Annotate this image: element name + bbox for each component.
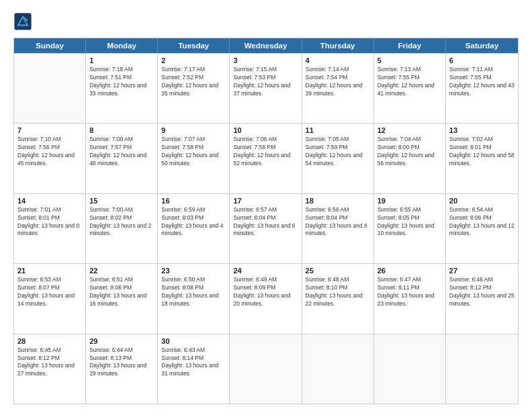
empty-cell	[302, 334, 374, 404]
day-number: 1	[89, 56, 154, 64]
day-number: 6	[449, 56, 515, 64]
day-cell: 22 Sunrise: 6:51 AMSunset: 8:08 PMDaylig…	[86, 264, 158, 333]
weekday-header: Friday	[374, 38, 446, 53]
day-cell: 27 Sunrise: 6:46 AMSunset: 8:12 PMDaylig…	[446, 264, 518, 333]
day-info: Sunrise: 7:09 AMSunset: 7:57 PMDaylight:…	[89, 136, 154, 168]
weekday-header: Sunday	[14, 38, 86, 53]
empty-cell	[230, 334, 302, 404]
day-info: Sunrise: 7:06 AMSunset: 7:58 PMDaylight:…	[233, 136, 298, 168]
day-number: 15	[89, 197, 154, 205]
day-cell: 12 Sunrise: 7:04 AMSunset: 8:00 PMDaylig…	[374, 124, 446, 193]
day-cell: 26 Sunrise: 6:47 AMSunset: 8:11 PMDaylig…	[374, 264, 446, 333]
logo-icon	[13, 12, 32, 31]
day-number: 21	[17, 267, 82, 275]
day-cell: 25 Sunrise: 6:48 AMSunset: 8:10 PMDaylig…	[302, 264, 374, 333]
day-cell: 1 Sunrise: 7:18 AMSunset: 7:51 PMDayligh…	[86, 54, 158, 123]
day-info: Sunrise: 6:45 AMSunset: 8:12 PMDaylight:…	[17, 347, 82, 379]
day-cell: 19 Sunrise: 6:55 AMSunset: 8:05 PMDaylig…	[374, 194, 446, 263]
day-info: Sunrise: 6:44 AMSunset: 8:13 PMDaylight:…	[89, 347, 154, 379]
day-info: Sunrise: 6:47 AMSunset: 8:11 PMDaylight:…	[378, 276, 442, 308]
day-number: 19	[378, 197, 442, 205]
day-cell: 28 Sunrise: 6:45 AMSunset: 8:12 PMDaylig…	[14, 334, 86, 404]
day-info: Sunrise: 7:14 AMSunset: 7:54 PMDaylight:…	[306, 66, 370, 98]
day-info: Sunrise: 7:18 AMSunset: 7:51 PMDaylight:…	[89, 66, 154, 98]
day-info: Sunrise: 6:46 AMSunset: 8:12 PMDaylight:…	[449, 276, 515, 308]
day-cell: 14 Sunrise: 7:01 AMSunset: 8:01 PMDaylig…	[14, 194, 86, 263]
header	[13, 12, 519, 31]
day-info: Sunrise: 7:13 AMSunset: 7:55 PMDaylight:…	[378, 66, 442, 98]
day-number: 3	[233, 56, 298, 64]
day-info: Sunrise: 7:01 AMSunset: 8:01 PMDaylight:…	[17, 206, 82, 238]
calendar-body: 1 Sunrise: 7:18 AMSunset: 7:51 PMDayligh…	[14, 53, 518, 404]
day-info: Sunrise: 7:10 AMSunset: 7:56 PMDaylight:…	[17, 136, 82, 168]
day-cell: 29 Sunrise: 6:44 AMSunset: 8:13 PMDaylig…	[86, 334, 158, 404]
day-info: Sunrise: 7:05 AMSunset: 7:59 PMDaylight:…	[306, 136, 370, 168]
calendar-row: 1 Sunrise: 7:18 AMSunset: 7:51 PMDayligh…	[14, 53, 518, 123]
day-cell: 17 Sunrise: 6:57 AMSunset: 8:04 PMDaylig…	[230, 194, 302, 263]
day-info: Sunrise: 7:00 AMSunset: 8:02 PMDaylight:…	[89, 206, 154, 238]
day-info: Sunrise: 7:04 AMSunset: 8:00 PMDaylight:…	[378, 136, 442, 168]
day-number: 13	[449, 126, 515, 134]
day-cell: 13 Sunrise: 7:02 AMSunset: 8:01 PMDaylig…	[446, 124, 518, 193]
weekday-header: Wednesday	[230, 38, 302, 53]
calendar-header: SundayMondayTuesdayWednesdayThursdayFrid…	[14, 38, 518, 53]
day-number: 24	[233, 267, 298, 275]
day-cell: 23 Sunrise: 6:50 AMSunset: 8:08 PMDaylig…	[158, 264, 230, 333]
day-cell: 24 Sunrise: 6:49 AMSunset: 8:09 PMDaylig…	[230, 264, 302, 333]
calendar: SundayMondayTuesdayWednesdayThursdayFrid…	[13, 38, 519, 404]
day-number: 11	[306, 126, 370, 134]
day-cell: 8 Sunrise: 7:09 AMSunset: 7:57 PMDayligh…	[86, 124, 158, 193]
day-info: Sunrise: 6:59 AMSunset: 8:03 PMDaylight:…	[161, 206, 226, 238]
day-info: Sunrise: 6:57 AMSunset: 8:04 PMDaylight:…	[233, 206, 298, 238]
calendar-row: 21 Sunrise: 6:53 AMSunset: 8:07 PMDaylig…	[14, 263, 518, 333]
day-cell: 3 Sunrise: 7:15 AMSunset: 7:53 PMDayligh…	[230, 54, 302, 123]
day-info: Sunrise: 6:53 AMSunset: 8:07 PMDaylight:…	[17, 276, 82, 308]
day-info: Sunrise: 7:11 AMSunset: 7:55 PMDaylight:…	[449, 66, 515, 98]
day-cell: 5 Sunrise: 7:13 AMSunset: 7:55 PMDayligh…	[374, 54, 446, 123]
empty-cell	[446, 334, 518, 404]
day-cell: 30 Sunrise: 6:43 AMSunset: 8:14 PMDaylig…	[158, 334, 230, 404]
day-cell: 18 Sunrise: 6:56 AMSunset: 8:04 PMDaylig…	[302, 194, 374, 263]
day-cell: 7 Sunrise: 7:10 AMSunset: 7:56 PMDayligh…	[14, 124, 86, 193]
day-number: 9	[161, 126, 226, 134]
logo	[13, 12, 35, 31]
day-info: Sunrise: 6:56 AMSunset: 8:04 PMDaylight:…	[306, 206, 370, 238]
day-info: Sunrise: 6:43 AMSunset: 8:14 PMDaylight:…	[161, 347, 226, 379]
day-info: Sunrise: 6:51 AMSunset: 8:08 PMDaylight:…	[89, 276, 154, 308]
day-number: 30	[161, 337, 226, 345]
day-info: Sunrise: 6:49 AMSunset: 8:09 PMDaylight:…	[233, 276, 298, 308]
day-cell: 2 Sunrise: 7:17 AMSunset: 7:52 PMDayligh…	[158, 54, 230, 123]
weekday-header: Monday	[86, 38, 158, 53]
day-number: 23	[161, 267, 226, 275]
day-number: 29	[89, 337, 154, 345]
day-info: Sunrise: 7:02 AMSunset: 8:01 PMDaylight:…	[449, 136, 515, 168]
day-number: 25	[306, 267, 370, 275]
calendar-row: 28 Sunrise: 6:45 AMSunset: 8:12 PMDaylig…	[14, 334, 518, 404]
day-number: 4	[306, 56, 370, 64]
day-number: 5	[378, 56, 442, 64]
day-cell: 20 Sunrise: 6:54 AMSunset: 8:06 PMDaylig…	[446, 194, 518, 263]
empty-cell	[14, 54, 86, 123]
day-number: 22	[89, 267, 154, 275]
day-info: Sunrise: 7:15 AMSunset: 7:53 PMDaylight:…	[233, 66, 298, 98]
calendar-row: 7 Sunrise: 7:10 AMSunset: 7:56 PMDayligh…	[14, 123, 518, 193]
day-number: 10	[233, 126, 298, 134]
day-number: 12	[378, 126, 442, 134]
day-cell: 10 Sunrise: 7:06 AMSunset: 7:58 PMDaylig…	[230, 124, 302, 193]
day-number: 27	[449, 267, 515, 275]
weekday-header: Thursday	[302, 38, 374, 53]
day-number: 7	[17, 126, 82, 134]
day-cell: 15 Sunrise: 7:00 AMSunset: 8:02 PMDaylig…	[86, 194, 158, 263]
weekday-header: Tuesday	[158, 38, 230, 53]
day-cell: 6 Sunrise: 7:11 AMSunset: 7:55 PMDayligh…	[446, 54, 518, 123]
day-info: Sunrise: 6:50 AMSunset: 8:08 PMDaylight:…	[161, 276, 226, 308]
day-number: 26	[378, 267, 442, 275]
day-info: Sunrise: 6:48 AMSunset: 8:10 PMDaylight:…	[306, 276, 370, 308]
day-info: Sunrise: 6:55 AMSunset: 8:05 PMDaylight:…	[378, 206, 442, 238]
weekday-header: Saturday	[446, 38, 518, 53]
day-cell: 21 Sunrise: 6:53 AMSunset: 8:07 PMDaylig…	[14, 264, 86, 333]
day-number: 18	[306, 197, 370, 205]
day-number: 17	[233, 197, 298, 205]
day-number: 28	[17, 337, 82, 345]
page: SundayMondayTuesdayWednesdayThursdayFrid…	[0, 0, 532, 411]
